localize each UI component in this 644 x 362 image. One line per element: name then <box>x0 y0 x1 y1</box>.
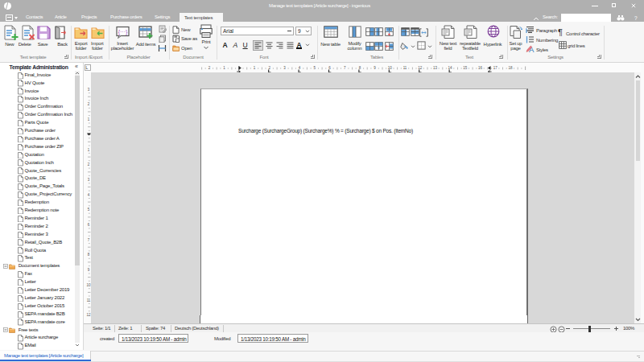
svg-text:9: 9 <box>374 66 376 70</box>
svg-text:15: 15 <box>463 66 468 70</box>
svg-text:3: 3 <box>88 178 90 182</box>
svg-text:11: 11 <box>403 66 407 70</box>
svg-text:9: 9 <box>88 268 90 272</box>
svg-text:6: 6 <box>328 66 331 70</box>
svg-text:13: 13 <box>433 66 438 70</box>
svg-text:1: 1 <box>88 117 90 121</box>
svg-text:5: 5 <box>88 208 90 212</box>
svg-text:1: 1 <box>88 148 90 152</box>
svg-text:4: 4 <box>299 66 301 70</box>
svg-text:17: 17 <box>493 66 498 70</box>
svg-text:3: 3 <box>88 88 90 92</box>
svg-text:7: 7 <box>344 66 346 70</box>
svg-text:6: 6 <box>88 223 90 227</box>
svg-text:1: 1 <box>254 66 256 70</box>
svg-text:8: 8 <box>359 66 361 70</box>
svg-text:3: 3 <box>283 66 286 70</box>
svg-text:14: 14 <box>448 66 453 70</box>
svg-text:8: 8 <box>88 253 90 257</box>
svg-text:5: 5 <box>314 66 316 70</box>
svg-text:16: 16 <box>478 66 483 70</box>
svg-text:{···}: {···} <box>118 29 128 35</box>
svg-text:4: 4 <box>88 193 90 197</box>
svg-text:10: 10 <box>388 66 393 70</box>
svg-text:7: 7 <box>88 238 90 242</box>
svg-text:1: 1 <box>223 66 225 70</box>
svg-text:18: 18 <box>508 66 513 70</box>
svg-text:2: 2 <box>208 66 211 70</box>
svg-text:2: 2 <box>268 66 270 70</box>
svg-text:2: 2 <box>88 162 90 167</box>
svg-text:2: 2 <box>88 102 90 106</box>
svg-text:12: 12 <box>418 66 423 70</box>
